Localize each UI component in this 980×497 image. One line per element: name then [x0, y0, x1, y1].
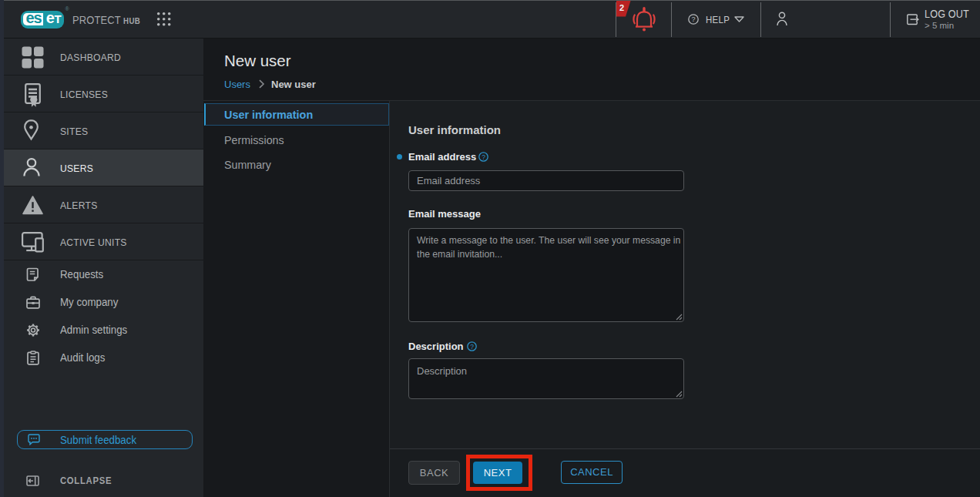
- svg-text:?: ?: [482, 153, 485, 161]
- svg-text:?: ?: [691, 15, 695, 23]
- svg-text:?: ?: [470, 343, 474, 351]
